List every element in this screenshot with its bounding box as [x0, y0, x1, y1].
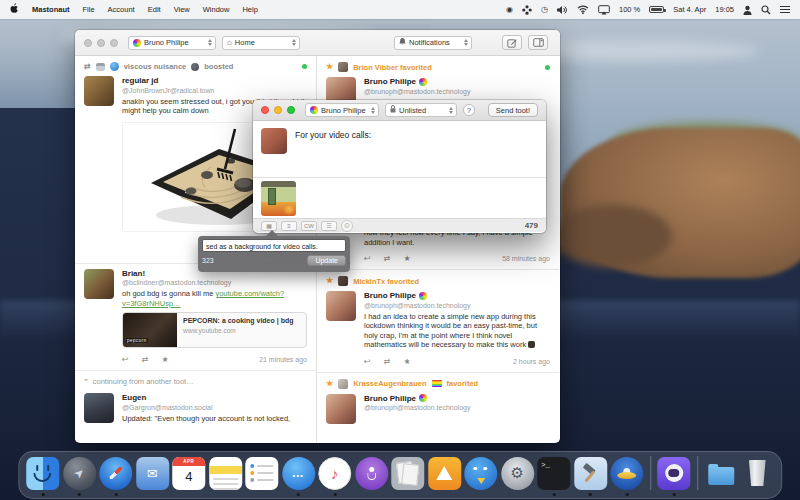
calendar-dock-icon[interactable]: APR4 [172, 457, 205, 490]
system-preferences-dock-icon[interactable]: ⚙ [501, 457, 534, 490]
author-name[interactable]: Bruno Philipe [364, 77, 416, 86]
time-machine-icon[interactable]: ◷ [541, 5, 548, 14]
author-handle[interactable]: @brunoph@mastodon.technology [364, 88, 550, 95]
xcode-dock-icon[interactable] [574, 457, 607, 490]
author-handle[interactable]: @bclindner@mastodon.technology [122, 279, 307, 286]
avatar[interactable] [326, 291, 356, 321]
menu-file[interactable]: File [83, 5, 95, 14]
menubar-date[interactable]: Sat 4. Apr [673, 5, 706, 14]
visibility-popup[interactable]: Unlisted [385, 103, 457, 117]
content-warning-button[interactable]: CW [301, 221, 317, 231]
notification-center-icon[interactable] [780, 5, 790, 14]
zoom-button[interactable] [287, 106, 295, 114]
reply-button[interactable]: ↩ [364, 357, 371, 366]
author-handle[interactable]: @JohnBrownJr@radical.town [122, 87, 307, 94]
new-column-button[interactable] [528, 35, 548, 50]
toot-bruno-2[interactable]: Bruno Philipe @brunoph@mastodon.technolo… [317, 286, 559, 352]
messages-dock-icon[interactable]: … [282, 457, 315, 490]
boost-button[interactable]: ⇄ [384, 254, 391, 263]
documents-app-dock-icon[interactable] [391, 457, 424, 490]
reply-button[interactable]: ↩ [364, 254, 371, 263]
safari-dock-icon[interactable] [99, 457, 132, 490]
link-preview-card[interactable]: pepcorn PEPCORN: a cooking video | bdg w… [122, 312, 307, 348]
author-name[interactable]: regular jd [122, 76, 307, 85]
editor-app-dock-icon[interactable] [428, 457, 461, 490]
compose-account-popup[interactable]: Bruno Philipe [305, 103, 379, 117]
music-dock-icon[interactable]: ♪ [318, 457, 351, 490]
minimize-button[interactable] [97, 39, 105, 47]
airplay-display-icon[interactable] [598, 5, 610, 15]
notifications-popup[interactable]: Notifications [394, 36, 472, 50]
author-handle[interactable]: @brunoph@mastodon.technology [364, 302, 550, 309]
help-button[interactable]: ? [463, 104, 475, 116]
compose-toot-button[interactable] [502, 35, 522, 50]
launchpad-dock-icon[interactable]: ➤ [63, 457, 96, 490]
toot-eugen[interactable]: Eugen @Gargron@mastodon.social Updated: … [75, 388, 316, 425]
avatar[interactable] [84, 393, 114, 423]
favorite-header-name[interactable]: KrasseAugenbrauen [353, 379, 426, 388]
toot-bruno-3[interactable]: Bruno Philipe @brunoph@mastodon.technolo… [317, 389, 559, 426]
saucer-app-dock-icon[interactable] [610, 457, 643, 490]
reminders-dock-icon[interactable] [245, 457, 278, 490]
close-button[interactable] [84, 39, 92, 47]
menu-help[interactable]: Help [242, 5, 257, 14]
mini-avatar[interactable] [338, 62, 348, 72]
mail-dock-icon[interactable]: ✉ [136, 457, 169, 490]
visibility-button[interactable]: ☰ [321, 221, 337, 231]
author-name[interactable]: Eugen [122, 393, 307, 402]
author-handle[interactable]: @Gargron@mastodon.social [122, 404, 307, 411]
favorite-header-label[interactable]: MickInTx favorited [353, 277, 419, 286]
send-toot-button[interactable]: Send toot! [488, 103, 538, 117]
downloads-folder-dock-icon[interactable] [704, 457, 737, 490]
menu-edit[interactable]: Edit [148, 5, 161, 14]
podcasts-dock-icon[interactable] [355, 457, 388, 490]
trash-dock-icon[interactable] [741, 457, 774, 490]
reply-button[interactable]: ↩ [122, 355, 129, 364]
author-handle[interactable]: @brunoph@mastodon.technology [364, 404, 550, 411]
user-switch-icon[interactable] [743, 5, 752, 15]
favorite-button[interactable]: ★ [161, 355, 168, 364]
boost-button[interactable]: ⇄ [384, 357, 391, 366]
battery-percentage[interactable]: 100 % [619, 5, 640, 14]
avatar[interactable] [326, 394, 356, 424]
media-description-input[interactable]: sed as a background for video calls. [202, 239, 346, 252]
update-button[interactable]: Update [307, 255, 346, 266]
menu-view[interactable]: View [174, 5, 190, 14]
mastonaut-dock-icon[interactable] [657, 457, 690, 490]
poll-button[interactable]: ≡ [281, 221, 297, 231]
volume-icon[interactable] [557, 5, 568, 15]
mini-avatar[interactable] [338, 276, 348, 286]
menu-app-name[interactable]: Mastonaut [32, 5, 70, 14]
wifi-icon[interactable] [577, 5, 589, 14]
close-button[interactable] [261, 106, 269, 114]
battery-icon[interactable] [649, 6, 664, 13]
finder-dock-icon[interactable] [26, 457, 59, 490]
menu-account[interactable]: Account [108, 5, 135, 14]
spotlight-search-icon[interactable] [761, 5, 771, 15]
mini-avatar[interactable] [338, 379, 348, 389]
account-popup[interactable]: Bruno Philipe [128, 36, 216, 50]
toot-brian[interactable]: Brian! @bclindner@mastodon.technology oh… [75, 264, 316, 351]
compose-text-input[interactable]: For your video calls: [295, 128, 371, 170]
favorite-button[interactable]: ★ [403, 254, 410, 263]
minimize-button[interactable] [274, 106, 282, 114]
terminal-dock-icon[interactable]: >_ [537, 457, 570, 490]
attach-media-button[interactable]: ▦ [261, 221, 277, 231]
media-attachment-thumbnail[interactable] [261, 181, 296, 216]
timeline-popup[interactable]: ⌂ Home [222, 36, 300, 50]
menu-window[interactable]: Window [203, 5, 230, 14]
apple-menu-icon[interactable] [10, 3, 19, 16]
emoji-picker-button[interactable]: ☺ [341, 220, 353, 232]
avatar[interactable] [84, 76, 114, 106]
avatar[interactable] [84, 269, 114, 299]
fan-icon[interactable] [522, 5, 532, 15]
booster-name[interactable]: viscous nuisance [124, 62, 187, 71]
favorite-header-label[interactable]: Brion Vibber favorited [353, 63, 432, 72]
favorite-button[interactable]: ★ [403, 357, 410, 366]
status-circle-icon[interactable]: ◉ [506, 5, 513, 14]
notes-dock-icon[interactable] [209, 457, 242, 490]
author-name[interactable]: Bruno Philipe [364, 394, 416, 403]
author-name[interactable]: Bruno Philipe [364, 291, 416, 300]
menubar-time[interactable]: 19:05 [715, 5, 734, 14]
bird-app-dock-icon[interactable] [464, 457, 497, 490]
